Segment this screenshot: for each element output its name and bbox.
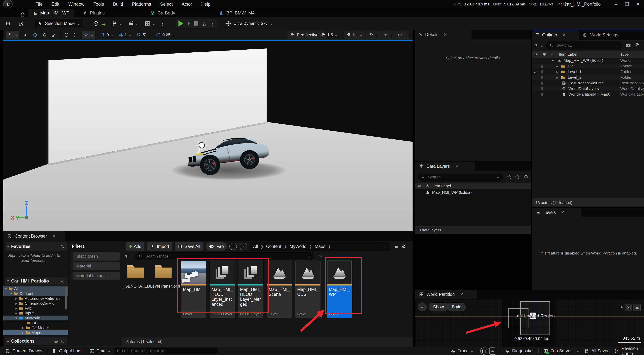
cmd-dropdown[interactable]: Cmd⌄ xyxy=(90,348,110,354)
filter-material-instance[interactable]: Material Instance xyxy=(72,272,120,280)
skip-frame-button[interactable]: ⏵ xyxy=(188,21,190,26)
scale-tool-icon[interactable] xyxy=(52,32,56,38)
asset-map-hmi[interactable]: Map_HMILevel xyxy=(181,260,206,318)
tab-world-settings[interactable]: World Settings xyxy=(579,30,622,40)
eye-icon[interactable] xyxy=(417,184,421,188)
tab-data-layers[interactable]: Data Layers✕ xyxy=(415,162,475,171)
tree-item-content[interactable]: ▾Content xyxy=(4,291,68,296)
rotation-snap-dropdown[interactable]: 5°⌄ xyxy=(136,32,151,38)
asset-map-hmi-hlod-merged[interactable]: Map_HMI_HLOD Layer_MergedHLOD Layer xyxy=(238,260,264,318)
maximize-button[interactable]: ☐ xyxy=(622,1,632,7)
all-saved-button[interactable]: All SavedAll Saved xyxy=(584,348,610,354)
close-icon[interactable]: ✕ xyxy=(52,234,56,238)
outliner-search-input[interactable] xyxy=(556,43,613,48)
filter-static-mesh[interactable]: Static Mesh xyxy=(72,252,120,260)
tab-levels[interactable]: Levels✕ xyxy=(532,208,581,217)
add-data-layer-icon[interactable] xyxy=(507,175,512,180)
menu-actor[interactable]: Actor xyxy=(182,2,192,7)
eject-button[interactable]: ◭ xyxy=(202,21,206,26)
close-button[interactable]: ✕ xyxy=(632,1,643,7)
search-icon[interactable] xyxy=(60,339,65,343)
chevron-expanded-icon[interactable]: ▾ xyxy=(552,59,554,62)
output-log-button[interactable]: Output Log xyxy=(52,348,80,354)
gear-icon[interactable]: ⚙ xyxy=(524,174,528,180)
asset-map-hmi-scene[interactable]: Map_HMI_SceneLevel xyxy=(267,260,292,318)
tab-world-partition[interactable]: World Partition✕ xyxy=(415,290,477,299)
snapshot-icon[interactable] xyxy=(489,348,496,354)
pin-column-icon[interactable] xyxy=(550,52,554,56)
outliner-row-worlddatalayers[interactable]: WorldDataLayers WorldDataLayers xyxy=(532,86,644,92)
tab-carbody[interactable]: CarBody xyxy=(145,9,180,17)
folder-tile-leveltransitions[interactable]: LevelTransitions xyxy=(150,262,176,289)
search-icon[interactable] xyxy=(60,244,65,249)
filter-material[interactable]: Material xyxy=(72,262,120,270)
minimap-world-icon[interactable] xyxy=(634,304,640,311)
tab-content-browser[interactable]: Content Browser✕ xyxy=(4,232,66,241)
select-tool-icon[interactable] xyxy=(23,32,28,38)
asset-map-hmi-hlod-instanced[interactable]: Map_HMI_HLOD Layer_InstancedHLOD Layer xyxy=(210,260,235,318)
tree-item-fab[interactable]: ▸Fab xyxy=(4,306,68,311)
tree-item-automotivematerials[interactable]: ▸AutomotiveMaterials xyxy=(4,296,68,301)
breadcrumb-content[interactable]: Content xyxy=(266,244,282,249)
zen-server-dropdown[interactable]: Zen Server⌄ xyxy=(543,348,580,354)
cinematics-dropdown[interactable]: ⌄ xyxy=(128,21,138,26)
viewport-scene[interactable]: Z X Y xyxy=(4,41,412,232)
tree-item-input[interactable]: ▸Input xyxy=(4,311,68,316)
play-button[interactable] xyxy=(178,20,183,26)
outliner-search[interactable]: ⌄ xyxy=(546,42,622,49)
search-icon[interactable] xyxy=(60,279,65,283)
menu-build[interactable]: Build xyxy=(113,2,123,7)
sort-icon[interactable] xyxy=(318,254,322,259)
trace-dropdown[interactable]: Trace⌄ xyxy=(451,348,474,354)
menu-select[interactable]: Select xyxy=(160,2,173,7)
diagnostics-button[interactable]: Diagnostics xyxy=(505,348,534,354)
lock-icon[interactable] xyxy=(394,244,399,249)
tree-item-bp[interactable]: BP xyxy=(4,320,68,325)
breadcrumb[interactable]: All❯ Content❯ MyWorld❯ Maps❯ ⌄ xyxy=(250,242,390,250)
grid-snap-dropdown[interactable]: 1⌄ xyxy=(118,32,131,38)
chevron-down-icon[interactable]: ⌄ xyxy=(384,245,386,248)
collections-header[interactable]: ▸ Collections ⊕ xyxy=(5,337,67,345)
close-icon[interactable]: ✕ xyxy=(460,292,463,296)
asset-search[interactable]: ⌄ xyxy=(136,252,314,260)
tree-item-all[interactable]: ▾All xyxy=(4,286,68,291)
outliner-row-bp[interactable]: ▸ BP Folder xyxy=(532,63,644,69)
transform-options-icon[interactable]: ⋮ xyxy=(72,32,77,38)
menu-window[interactable]: Window xyxy=(68,2,84,7)
item-label-column[interactable]: Item Label xyxy=(559,52,577,56)
data-layers-row[interactable]: Map_HMI_WP (Editor) xyxy=(415,189,531,195)
project-header[interactable]: ▾ Car_HMI_Portfolio xyxy=(5,277,67,285)
eye-column-icon[interactable] xyxy=(534,52,538,56)
outliner-filter-icon[interactable] xyxy=(534,43,539,48)
gear-icon[interactable]: ⚙ xyxy=(402,244,406,250)
add-collection-icon[interactable]: ⊕ xyxy=(54,338,58,344)
breadcrumb-myworld[interactable]: MyWorld xyxy=(290,244,306,249)
move-tool-icon[interactable] xyxy=(33,32,38,38)
column-divider[interactable] xyxy=(620,51,620,198)
minimize-button[interactable]: – xyxy=(610,1,622,7)
close-icon[interactable]: ✕ xyxy=(561,210,564,215)
rotate-tool-icon[interactable] xyxy=(42,32,47,38)
surface-snap-dropdown[interactable]: ⌄ xyxy=(82,31,95,39)
asset-search-input[interactable] xyxy=(145,254,306,259)
world-partition-minimap[interactable]: Last Loaded Region 0.52x0.49x0.04 km 343… xyxy=(415,299,644,346)
unreal-logo-icon[interactable]: u xyxy=(0,0,16,9)
lit-mode-dropdown[interactable]: Lit⌄ xyxy=(344,31,365,39)
play-options-icon[interactable]: ⋮ xyxy=(210,21,215,26)
console-command-input[interactable] xyxy=(114,348,217,354)
tree-item-carmodel[interactable]: ▸CarModel xyxy=(4,325,68,330)
tab-map-hmi-wp[interactable]: Map_HMI_WP xyxy=(28,9,74,17)
show-button[interactable]: Show xyxy=(429,302,448,311)
editor-modes-dropdown[interactable]: ⌄ xyxy=(145,21,155,26)
data-layers-search-input[interactable] xyxy=(428,174,494,180)
save-all-button[interactable]: Save All xyxy=(175,242,203,250)
outliner-row-level2[interactable]: ▸ Level_2 Folder xyxy=(532,74,644,80)
chevron-collapsed-icon[interactable]: ▸ xyxy=(556,76,558,79)
tab-plugins[interactable]: Plugins xyxy=(78,9,110,17)
ultra-dynamic-sky-dropdown[interactable]: Ultra Dynamic Sky ⌄ xyxy=(226,21,273,26)
type-column[interactable]: Type xyxy=(620,52,629,56)
add-button[interactable]: +Add xyxy=(126,242,144,250)
star-column-icon[interactable]: ✱ xyxy=(542,52,546,57)
viewport-select-dropdown[interactable]: ⌄ xyxy=(6,31,19,39)
forward-icon[interactable]: › xyxy=(240,243,247,250)
